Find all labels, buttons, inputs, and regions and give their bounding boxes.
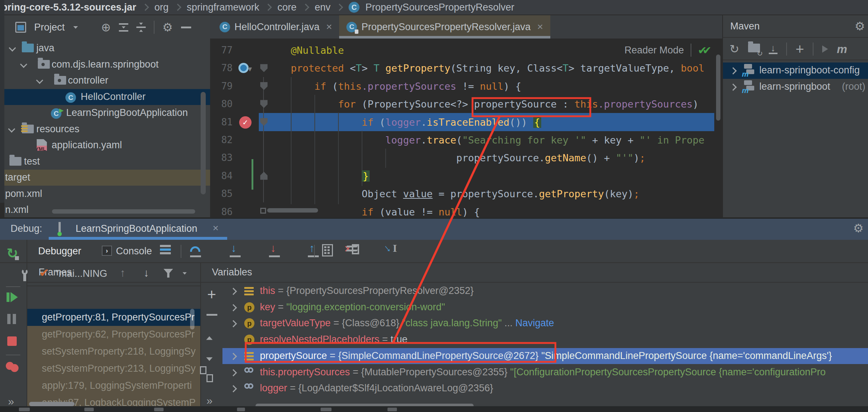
hide-panel-icon[interactable] [181, 27, 191, 28]
tab-propertysourcespropertyresolver[interactable]: C PropertySourcesPropertyResolver.java × [339, 15, 550, 39]
frame-row[interactable]: apply:179, LoggingSystemProperti [27, 377, 200, 394]
execute-maven-goal-icon[interactable]: m [837, 43, 847, 56]
trace-settings-icon[interactable] [346, 246, 357, 251]
breadcrumb-item[interactable]: springframework [187, 2, 260, 13]
editor-vertical-scrollbar[interactable] [716, 54, 720, 121]
force-step-into-icon[interactable]: ↓ [267, 243, 283, 259]
breadcrumb-item[interactable]: core [277, 2, 297, 13]
close-icon[interactable]: × [213, 222, 218, 234]
step-over-icon[interactable] [188, 243, 204, 259]
reload-sources-icon[interactable]: ↻ [748, 44, 760, 55]
breadcrumb-item[interactable]: org [154, 2, 169, 13]
tree-chevron-icon[interactable] [8, 125, 15, 133]
prev-frame-icon[interactable]: ↑ [120, 267, 125, 279]
evaluate-expression-icon[interactable] [322, 244, 333, 257]
tree-chevron-icon[interactable] [730, 67, 737, 74]
tree-chevron-icon[interactable] [730, 84, 737, 91]
expand-all-icon[interactable] [119, 23, 128, 32]
tree-item-application-yaml[interactable]: YMLapplication.yaml [4, 137, 210, 153]
pause-icon[interactable] [7, 314, 16, 324]
chevron-down-icon[interactable] [182, 272, 186, 274]
frame-row[interactable]: setSystemProperty:213, LoggingSy [27, 360, 200, 377]
tree-item-java[interactable]: java [4, 40, 210, 56]
tab-console[interactable]: Console [116, 246, 152, 257]
maven-node-learn-springboot-config[interactable]: mlearn-springboot-config [723, 62, 868, 79]
tree-item-target[interactable]: target [4, 170, 210, 186]
breakpoint-icon[interactable]: ✓ [239, 116, 252, 129]
resume-icon[interactable] [7, 292, 18, 302]
navigate-link[interactable]: Navigate [515, 318, 554, 328]
editor-horizontal-scrollbar[interactable] [267, 208, 318, 213]
tree-item-hellocontroller[interactable]: CHelloController [4, 89, 210, 105]
fold-marker-icon[interactable] [260, 82, 268, 90]
variable-row-key[interactable]: pkey = "logging.exception-conversion-wor… [201, 299, 868, 315]
add-maven-project-icon[interactable]: + [796, 42, 804, 56]
variable-row-this[interactable]: this = {PropertySourcesPropertyResolver@… [201, 283, 868, 299]
reimport-icon[interactable]: ↻ [730, 43, 739, 55]
step-out-icon[interactable]: ↑ [306, 243, 322, 259]
tree-item-test[interactable]: test [4, 154, 210, 170]
breadcrumb-archive[interactable]: pring-core-5.3.12-sources.jar [1, 2, 136, 13]
debug-session-tab[interactable]: LearnSpringBootApplication [76, 223, 197, 234]
reader-mode-label[interactable]: Reader Mode [624, 45, 684, 56]
run-maven-icon[interactable] [822, 45, 828, 53]
tree-chevron-icon[interactable] [9, 44, 16, 52]
fold-marker-icon[interactable] [260, 208, 266, 214]
tree-chevron-icon[interactable] [230, 288, 237, 295]
variable-row-this-propertySources[interactable]: this.propertySources = {MutablePropertyS… [201, 364, 868, 380]
close-icon[interactable]: × [326, 21, 332, 33]
tab-debugger[interactable]: Debugger [38, 246, 81, 257]
view-breakpoints-icon[interactable] [6, 362, 19, 372]
tree-chevron-icon[interactable] [230, 304, 237, 311]
gear-icon[interactable]: ⚙ [853, 222, 864, 234]
tree-item-controller[interactable]: controller [4, 73, 210, 89]
frame-row[interactable]: getProperty:62, PropertySourcesPr [27, 326, 200, 343]
rerun-icon[interactable]: ↻ [7, 246, 18, 261]
inspections-ok-icon[interactable]: ✔ ✔ [698, 44, 715, 56]
thread-selector[interactable]: "mai...NING [55, 268, 107, 279]
tab-hellocontroller[interactable]: C HelloController.java × [212, 15, 339, 39]
tree-chevron-icon[interactable] [20, 61, 27, 68]
fold-marker-icon[interactable] [260, 172, 268, 180]
project-title[interactable]: Project [34, 22, 65, 33]
breadcrumb-class[interactable]: PropertySourcesPropertyResolver [365, 2, 514, 13]
tree-chevron-icon[interactable] [36, 77, 43, 84]
fold-marker-icon[interactable] [260, 100, 268, 108]
project-horizontal-scrollbar[interactable] [52, 209, 195, 214]
variable-row-resolveNestedPlaceholders[interactable]: presolveNestedPlaceholders = true [201, 332, 868, 348]
breadcrumb-item[interactable]: env [315, 2, 331, 13]
project-vertical-scrollbar[interactable] [201, 92, 206, 194]
stop-icon[interactable] [7, 336, 17, 346]
layout-settings-icon[interactable] [160, 245, 171, 254]
next-frame-icon[interactable]: ↓ [144, 267, 149, 279]
tree-chevron-icon[interactable] [230, 369, 237, 376]
locate-file-icon[interactable]: ⊕ [101, 21, 111, 33]
frame-row[interactable]: getProperty:81, PropertySourcesPr [27, 309, 200, 326]
variable-row-logger[interactable]: logger = {LogAdapter$Slf4jLocationAwareL… [201, 380, 868, 396]
navigation-marker-icon[interactable] [238, 63, 249, 73]
close-icon[interactable]: × [537, 21, 543, 33]
tree-item-pom-xml[interactable]: pom.xml [4, 186, 210, 202]
step-into-icon[interactable]: ↓ [228, 243, 244, 259]
variable-row-targetValueType[interactable]: ptargetValueType = {Class@618} "class ja… [201, 315, 868, 331]
tree-item-learnspringbootapplication[interactable]: C▶LearnSpringBootApplication [4, 105, 210, 121]
chevron-down-icon[interactable] [73, 26, 78, 28]
tree-item-resources[interactable]: resources [4, 121, 210, 137]
download-sources-icon[interactable]: ↓ [769, 44, 777, 54]
hide-library-frames-icon[interactable] [164, 269, 173, 278]
tree-chevron-icon[interactable] [230, 385, 237, 392]
fold-marker-icon[interactable] [260, 64, 268, 72]
tree-item-com-djs-learn-springboot[interactable]: com.djs.learn.springboot [4, 57, 210, 73]
more-icon[interactable]: » [8, 395, 14, 408]
tree-chevron-icon[interactable] [230, 320, 237, 327]
frames-vertical-scrollbar[interactable] [190, 309, 194, 330]
maven-node-learn-springboot[interactable]: mlearn-springboot (root) [723, 79, 868, 95]
run-to-cursor-icon[interactable]: ↓I [383, 243, 399, 259]
variable-row-propertySource[interactable]: propertySource = {SimpleCommandLinePrope… [201, 348, 868, 364]
gear-icon[interactable]: ⚙ [162, 21, 173, 33]
frames-horizontal-scrollbar[interactable] [29, 402, 75, 406]
chevron-right-icon [265, 4, 272, 11]
collapse-all-icon[interactable] [136, 22, 146, 32]
gear-icon[interactable]: ⚙ [855, 20, 865, 32]
frame-row[interactable]: setSystemProperty:218, LoggingSy [27, 343, 200, 360]
